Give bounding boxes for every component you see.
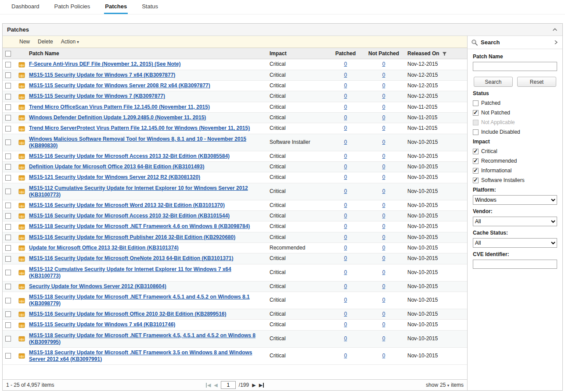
cache-select[interactable]: All	[473, 238, 557, 248]
patch-name-link[interactable]: Windows Malicious Software Removal Tool …	[29, 136, 246, 149]
patched-link[interactable]: 0	[344, 188, 347, 194]
patched-link[interactable]: 0	[344, 72, 347, 78]
row-checkbox[interactable]	[5, 104, 11, 110]
first-page-button[interactable]: ◀	[206, 383, 211, 388]
patch-name-link[interactable]: Trend Micro OfficeScan Virus Pattern Fil…	[29, 104, 210, 110]
not-patched-link[interactable]: 0	[382, 202, 385, 208]
row-checkbox[interactable]	[5, 298, 11, 303]
filter-checkbox-critical[interactable]	[473, 149, 479, 154]
patch-name-link[interactable]: MS15-116 Security Update for Microsoft O…	[29, 311, 226, 317]
filter-checkbox-not-patched[interactable]	[473, 110, 479, 116]
row-checkbox[interactable]	[5, 311, 11, 317]
row-checkbox[interactable]	[5, 83, 11, 89]
row-checkbox[interactable]	[5, 153, 11, 159]
not-patched-link[interactable]: 0	[382, 125, 385, 131]
not-patched-link[interactable]: 0	[382, 213, 385, 219]
row-checkbox[interactable]	[5, 353, 11, 359]
patch-name-link[interactable]: MS15-112 Cumulative Security Update for …	[29, 185, 248, 198]
chevron-up-icon[interactable]	[552, 27, 558, 33]
not-patched-link[interactable]: 0	[382, 164, 385, 170]
patched-link[interactable]: 0	[344, 125, 347, 131]
column-released-on[interactable]: Released On	[405, 48, 467, 59]
patched-link[interactable]: 0	[344, 202, 347, 208]
not-patched-link[interactable]: 0	[382, 255, 385, 261]
filter-checkbox-informational[interactable]	[473, 168, 479, 174]
patched-link[interactable]: 0	[344, 114, 347, 121]
patched-link[interactable]: 0	[344, 255, 347, 261]
not-patched-link[interactable]: 0	[382, 188, 385, 194]
not-patched-link[interactable]: 0	[382, 321, 385, 328]
patch-name-link[interactable]: Trend Micro ServerProtect Virus Pattern …	[29, 125, 250, 131]
tab-dashboard[interactable]: Dashboard	[11, 0, 40, 14]
delete-button[interactable]: Delete	[38, 39, 53, 45]
patched-link[interactable]: 0	[344, 104, 347, 110]
patched-link[interactable]: 0	[344, 321, 347, 328]
patched-link[interactable]: 0	[344, 82, 347, 89]
next-page-button[interactable]: ▶	[252, 383, 256, 388]
tab-status[interactable]: Status	[141, 0, 159, 14]
search-button[interactable]: Search	[474, 77, 513, 87]
patched-link[interactable]: 0	[344, 335, 347, 342]
patch-name-link[interactable]: MS15-115 Security Update for Windows 7 x…	[29, 72, 175, 78]
patched-link[interactable]: 0	[344, 269, 347, 275]
page-size-dropdown[interactable]: 25 ▾	[440, 382, 449, 388]
not-patched-link[interactable]: 0	[382, 245, 385, 251]
previous-page-button[interactable]: ◀	[214, 383, 217, 388]
not-patched-link[interactable]: 0	[382, 311, 385, 317]
not-patched-link[interactable]: 0	[382, 223, 385, 229]
patch-name-link[interactable]: MS15-121 Security Update for Windows Ser…	[29, 174, 200, 180]
patched-link[interactable]: 0	[344, 93, 347, 99]
chevron-right-icon[interactable]	[553, 39, 559, 45]
patched-link[interactable]: 0	[344, 174, 347, 180]
row-checkbox[interactable]	[5, 164, 11, 170]
row-checkbox[interactable]	[5, 245, 11, 251]
patch-name-link[interactable]: Update for Microsoft Office 2013 32-Bit …	[29, 245, 179, 251]
tab-patches[interactable]: Patches	[104, 0, 128, 14]
not-patched-link[interactable]: 0	[382, 283, 385, 289]
not-patched-link[interactable]: 0	[382, 234, 385, 240]
filter-icon[interactable]	[442, 51, 447, 56]
patched-link[interactable]: 0	[344, 164, 347, 170]
row-checkbox[interactable]	[5, 284, 11, 289]
patch-name-link[interactable]: MS15-115 Security Update for Windows 7 x…	[29, 321, 175, 328]
row-checkbox[interactable]	[5, 94, 11, 100]
column-patched[interactable]: Patched	[328, 48, 363, 59]
not-patched-link[interactable]: 0	[382, 82, 385, 89]
patch-name-link[interactable]: MS15-118 Security Update for Microsoft .…	[29, 349, 252, 362]
not-patched-link[interactable]: 0	[382, 72, 385, 78]
patch-name-link[interactable]: Definition Update for Microsoft Office 2…	[29, 164, 204, 170]
patch-name-link[interactable]: MS15-116 Security Update for Microsoft O…	[29, 255, 233, 261]
not-patched-link[interactable]: 0	[382, 174, 385, 180]
patch-name-link[interactable]: MS15-115 Security Update for Windows Ser…	[29, 82, 210, 89]
row-checkbox[interactable]	[5, 224, 11, 230]
patch-name-link[interactable]: Security Update for Windows Server 2012 …	[29, 283, 166, 289]
row-checkbox[interactable]	[5, 115, 11, 121]
select-all-checkbox[interactable]	[5, 51, 11, 57]
patched-link[interactable]: 0	[344, 311, 347, 317]
not-patched-link[interactable]: 0	[382, 153, 385, 159]
patch-name-link[interactable]: MS15-116 Security Update for Microsoft P…	[29, 234, 235, 240]
patch-name-link[interactable]: Windows Defender Definition Update 1.209…	[29, 114, 206, 121]
patch-name-link[interactable]: MS15-116 Security Update for Microsoft W…	[29, 202, 225, 208]
row-checkbox[interactable]	[5, 62, 11, 68]
patched-link[interactable]: 0	[344, 283, 347, 289]
row-checkbox[interactable]	[5, 72, 11, 78]
cve-identifier-input[interactable]	[473, 260, 557, 269]
row-checkbox[interactable]	[5, 322, 11, 328]
not-patched-link[interactable]: 0	[382, 297, 385, 303]
filter-checkbox-patched[interactable]	[473, 100, 479, 106]
row-checkbox[interactable]	[5, 189, 11, 194]
patch-name-link[interactable]: MS15-115 Security Update for Windows 7 (…	[29, 93, 165, 99]
vendor-select[interactable]: All	[473, 217, 557, 226]
row-checkbox[interactable]	[5, 235, 11, 240]
platform-select[interactable]: Windows	[473, 195, 557, 205]
patched-link[interactable]: 0	[344, 139, 347, 145]
column-not-patched[interactable]: Not Patched	[363, 48, 405, 59]
page-number-input[interactable]	[221, 381, 236, 389]
not-patched-link[interactable]: 0	[382, 269, 385, 275]
patched-link[interactable]: 0	[344, 223, 347, 229]
patched-link[interactable]: 0	[344, 153, 347, 159]
patch-name-link[interactable]: MS15-118 Security Update for Microsoft .…	[29, 332, 256, 345]
row-checkbox[interactable]	[5, 203, 11, 208]
not-patched-link[interactable]: 0	[382, 353, 385, 359]
